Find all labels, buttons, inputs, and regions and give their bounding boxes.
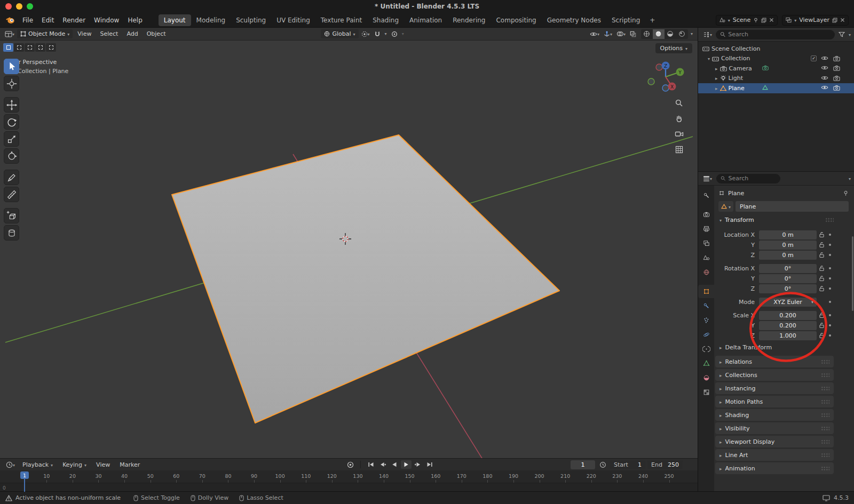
lock-icon[interactable] bbox=[817, 231, 826, 238]
tab-modeling[interactable]: Modeling bbox=[191, 14, 231, 26]
properties-search-box[interactable] bbox=[716, 174, 780, 183]
grip-handle[interactable] bbox=[821, 399, 829, 404]
move-tool[interactable] bbox=[4, 97, 19, 113]
lock-icon[interactable] bbox=[817, 275, 826, 282]
playhead[interactable]: 1 bbox=[20, 471, 29, 492]
navigation-gizmo[interactable]: Z Y X bbox=[648, 62, 684, 92]
animate-dot[interactable] bbox=[826, 244, 834, 246]
scale-tool[interactable] bbox=[4, 131, 19, 147]
outliner-search-input[interactable] bbox=[728, 31, 831, 38]
camera-view-icon[interactable] bbox=[673, 128, 685, 140]
tab-modifiers[interactable] bbox=[699, 299, 713, 313]
playback-menu[interactable]: Playback bbox=[19, 460, 57, 469]
object-name-field[interactable] bbox=[736, 201, 849, 212]
grip-handle[interactable] bbox=[821, 439, 829, 444]
menu-add[interactable]: Add bbox=[123, 29, 141, 39]
tab-scene[interactable] bbox=[699, 251, 713, 265]
disable-render-icon[interactable] bbox=[833, 85, 840, 91]
menu-item[interactable]: Edit bbox=[37, 14, 58, 26]
tab-particles[interactable] bbox=[699, 314, 713, 327]
hide-viewport-icon[interactable] bbox=[821, 65, 828, 70]
rotation-z-field[interactable]: 0° bbox=[759, 284, 817, 293]
delta-transform-subpanel[interactable]: Delta Transform bbox=[715, 341, 834, 354]
disable-render-icon[interactable] bbox=[833, 55, 840, 61]
panel-header[interactable]: Animation bbox=[715, 462, 834, 474]
zoom-icon[interactable] bbox=[673, 97, 685, 109]
grip-handle[interactable] bbox=[825, 218, 834, 222]
scene-selector[interactable]: Scene bbox=[716, 15, 778, 26]
scale-x-field[interactable]: 0.200 bbox=[759, 311, 817, 320]
auto-keying-toggle[interactable] bbox=[345, 460, 355, 469]
select-box-tool[interactable] bbox=[4, 59, 19, 74]
tab-output[interactable] bbox=[699, 222, 713, 236]
panel-header[interactable]: Instancing bbox=[715, 382, 834, 394]
properties-options-dropdown[interactable] bbox=[849, 175, 851, 182]
tab-rendering[interactable]: Rendering bbox=[447, 14, 491, 26]
transform-orientation-dropdown[interactable]: Global bbox=[321, 29, 358, 38]
select-mode-subtract-button[interactable] bbox=[25, 43, 35, 52]
pin-id-icon[interactable] bbox=[843, 190, 849, 196]
add-primitive-tool[interactable] bbox=[4, 225, 19, 241]
outliner-row-plane[interactable]: Plane bbox=[698, 83, 854, 93]
animate-dot[interactable] bbox=[826, 287, 834, 290]
system-icon[interactable] bbox=[823, 495, 830, 501]
tab-render[interactable] bbox=[699, 208, 713, 221]
editor-type-button[interactable] bbox=[3, 29, 16, 38]
timeline-ruler[interactable]: 1020304050607080901001101201301401501601… bbox=[0, 470, 698, 483]
menu-view[interactable]: View bbox=[74, 29, 95, 39]
grip-handle[interactable] bbox=[821, 466, 829, 471]
rotation-mode-dropdown[interactable]: XYZ Euler bbox=[759, 298, 817, 307]
lock-icon[interactable] bbox=[817, 265, 826, 271]
pan-hand-icon[interactable] bbox=[673, 113, 685, 124]
outliner-editor-type-button[interactable] bbox=[701, 30, 714, 39]
cursor-tool[interactable] bbox=[4, 76, 19, 91]
minimize-window-button[interactable] bbox=[16, 3, 22, 10]
menu-item[interactable]: Window bbox=[90, 14, 123, 26]
lock-icon[interactable] bbox=[817, 252, 826, 258]
tab-texture-paint[interactable]: Texture Paint bbox=[315, 14, 367, 26]
zoom-window-button[interactable] bbox=[27, 3, 33, 10]
location-y-field[interactable]: 0 m bbox=[759, 241, 817, 250]
current-frame-field[interactable]: 1 bbox=[571, 460, 595, 469]
keying-menu[interactable]: Keying bbox=[59, 460, 90, 469]
grip-handle[interactable] bbox=[821, 359, 829, 364]
menu-item[interactable]: Render bbox=[58, 14, 90, 26]
properties-scrollbar[interactable] bbox=[852, 236, 853, 311]
grip-handle[interactable] bbox=[821, 413, 829, 418]
tab-object-data[interactable] bbox=[699, 357, 713, 370]
wireframe-shading-button[interactable] bbox=[641, 29, 653, 39]
viewport-3d[interactable]: Z Y X Options User Per bbox=[0, 41, 698, 458]
select-mode-extend-button[interactable] bbox=[14, 43, 24, 52]
grip-handle[interactable] bbox=[821, 426, 829, 431]
animate-dot[interactable] bbox=[826, 267, 834, 269]
timeline-editor-type-button[interactable] bbox=[4, 460, 17, 469]
outliner-search-box[interactable] bbox=[716, 30, 835, 39]
marker-menu[interactable]: Marker bbox=[116, 460, 144, 469]
lock-icon[interactable] bbox=[817, 312, 826, 318]
lock-icon[interactable] bbox=[817, 285, 826, 292]
viewlayer-selector[interactable]: ViewLayer bbox=[782, 15, 849, 26]
disable-render-icon[interactable] bbox=[833, 65, 840, 71]
rendered-shading-button[interactable] bbox=[676, 29, 688, 39]
menu-select[interactable]: Select bbox=[96, 29, 122, 39]
animate-dot[interactable] bbox=[826, 334, 834, 337]
mode-dropdown[interactable]: Object Mode bbox=[17, 29, 73, 38]
animate-dot[interactable] bbox=[826, 254, 834, 256]
play-reverse-button[interactable] bbox=[389, 460, 400, 469]
tab-constraints[interactable] bbox=[699, 342, 713, 356]
properties-editor-type-button[interactable] bbox=[701, 174, 714, 183]
transform-panel-header[interactable]: Transform bbox=[715, 213, 834, 226]
menu-item[interactable]: File bbox=[18, 14, 37, 26]
gizmo-neg-x-ball[interactable] bbox=[656, 64, 662, 70]
proportional-editing-toggle[interactable] bbox=[390, 30, 399, 38]
close-icon[interactable] bbox=[769, 18, 774, 22]
show-overlays-dropdown[interactable] bbox=[615, 29, 627, 38]
solid-shading-button[interactable] bbox=[653, 29, 665, 39]
close-window-button[interactable] bbox=[5, 3, 12, 10]
tab-layout[interactable]: Layout bbox=[159, 14, 191, 26]
location-x-field[interactable]: 0 m bbox=[759, 230, 817, 239]
scale-z-field[interactable]: 1.000 bbox=[759, 331, 817, 340]
pivot-point-dropdown[interactable] bbox=[360, 29, 371, 38]
panel-header[interactable]: Visibility bbox=[715, 422, 834, 434]
show-gizmo-dropdown[interactable] bbox=[602, 29, 614, 38]
